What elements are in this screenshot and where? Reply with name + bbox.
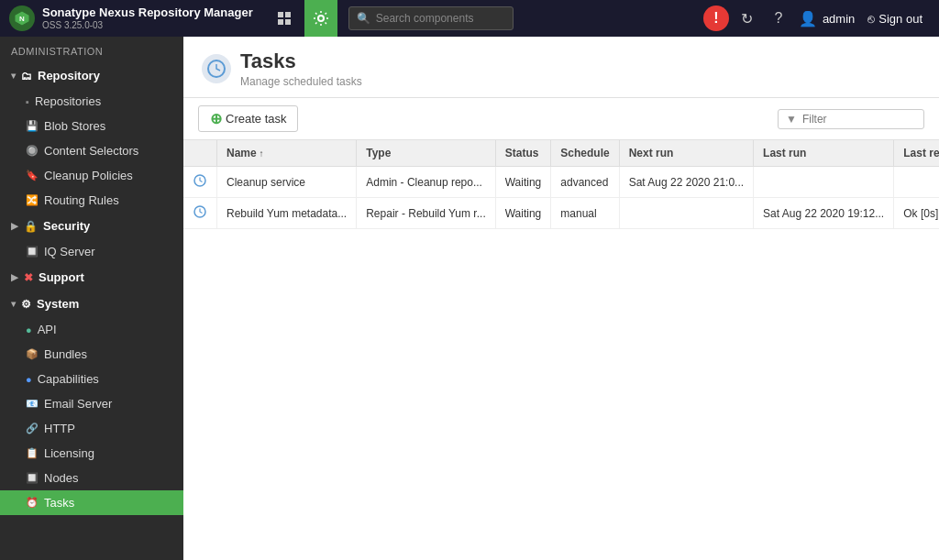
cleanup-icon: 🔖 bbox=[26, 170, 39, 181]
tasks-icon: ⏰ bbox=[26, 497, 39, 509]
create-task-button[interactable]: ⊕ Create task bbox=[198, 105, 298, 132]
refresh-btn[interactable]: ↻ bbox=[735, 5, 760, 31]
iq-icon: 🔲 bbox=[26, 246, 39, 258]
layout: Administration ▾ 🗂 Repository ▪ Reposito… bbox=[0, 37, 939, 560]
sidebar-label-tasks: Tasks bbox=[44, 496, 74, 510]
http-icon: 🔗 bbox=[26, 423, 39, 434]
row-schedule: advanced bbox=[551, 167, 619, 198]
sidebar-item-http[interactable]: 🔗 HTTP bbox=[0, 416, 183, 441]
sidebar-label-system: System bbox=[37, 297, 79, 311]
user-block[interactable]: 👤 admin bbox=[797, 7, 855, 29]
svg-rect-2 bbox=[278, 12, 283, 17]
row-name: Rebuild Yum metadata... bbox=[217, 198, 357, 229]
sidebar-label-email-server: Email Server bbox=[44, 397, 112, 411]
sidebar-label-content-selectors: Content Selectors bbox=[44, 144, 138, 158]
sidebar-label-capabilities: Capabilities bbox=[38, 372, 99, 386]
user-icon: 👤 bbox=[797, 7, 819, 29]
col-last-result[interactable]: Last result bbox=[894, 140, 939, 167]
col-next-run[interactable]: Next run bbox=[619, 140, 753, 167]
table-body: Cleanup service Admin - Cleanup repo... … bbox=[183, 167, 939, 229]
sidebar-item-content-selectors[interactable]: 🔘 Content Selectors bbox=[0, 138, 183, 163]
sidebar-label-support: Support bbox=[39, 270, 84, 284]
routing-icon: 🔀 bbox=[26, 194, 39, 206]
col-last-run[interactable]: Last run bbox=[754, 140, 894, 167]
sidebar-label-nodes: Nodes bbox=[44, 471, 79, 485]
row-icon-cell bbox=[183, 167, 217, 198]
sidebar-label-api: API bbox=[38, 323, 57, 336]
svg-rect-3 bbox=[285, 12, 291, 17]
navbar-right: ! ↻ ? 👤 admin ⎋ Sign out bbox=[703, 5, 930, 31]
sidebar-item-licensing[interactable]: 📋 Licensing bbox=[0, 441, 183, 466]
col-type[interactable]: Type bbox=[357, 140, 496, 167]
help-btn[interactable]: ? bbox=[766, 5, 791, 31]
username: admin bbox=[823, 12, 855, 26]
svg-text:N: N bbox=[19, 15, 25, 23]
email-icon: 📧 bbox=[26, 398, 39, 410]
sidebar-item-support[interactable]: ▶ ✖ Support bbox=[0, 264, 183, 291]
sidebar-label-iq-server: IQ Server bbox=[44, 245, 95, 258]
signout-label: Sign out bbox=[878, 12, 922, 26]
col-name[interactable]: Name bbox=[217, 140, 357, 167]
svg-rect-4 bbox=[278, 19, 283, 25]
page-subtitle: Manage scheduled tasks bbox=[240, 75, 362, 88]
sidebar-item-capabilities[interactable]: ● Capabilities bbox=[0, 367, 183, 391]
sidebar-item-repositories[interactable]: ▪ Repositories bbox=[0, 89, 183, 114]
sidebar-item-repository[interactable]: ▾ 🗂 Repository bbox=[0, 62, 183, 89]
task-clock-icon bbox=[193, 176, 207, 191]
sidebar-item-api[interactable]: ● API bbox=[0, 317, 183, 342]
row-name: Cleanup service bbox=[217, 167, 357, 198]
row-last-run: Sat Aug 22 2020 19:12... bbox=[754, 198, 894, 229]
sidebar-item-blob-stores[interactable]: 💾 Blob Stores bbox=[0, 114, 183, 138]
sidebar-item-tasks[interactable]: ⏰ Tasks bbox=[0, 490, 183, 515]
chevron-down-icon: ▾ bbox=[11, 71, 16, 81]
support-section-icon: ✖ bbox=[24, 271, 33, 284]
sidebar-item-nodes[interactable]: 🔲 Nodes bbox=[0, 466, 183, 490]
sidebar-label-bundles: Bundles bbox=[44, 347, 87, 361]
filter-box[interactable]: ▼ bbox=[778, 109, 924, 129]
toolbar: ⊕ Create task ▼ bbox=[183, 98, 939, 140]
sidebar-label-repositories: Repositories bbox=[35, 94, 101, 108]
chevron-right-icon: ▶ bbox=[11, 221, 18, 231]
bundles-icon: 📦 bbox=[26, 348, 39, 360]
api-icon: ● bbox=[26, 324, 32, 335]
col-schedule[interactable]: Schedule bbox=[551, 140, 619, 167]
app-version: OSS 3.25.0-03 bbox=[42, 20, 253, 31]
search-box[interactable]: 🔍 bbox=[348, 6, 514, 30]
app-logo: N bbox=[9, 5, 35, 31]
blob-icon: 💾 bbox=[26, 120, 39, 132]
table-row[interactable]: Rebuild Yum metadata... Repair - Rebuild… bbox=[183, 198, 939, 229]
navbar: N Sonatype Nexus Repository Manager OSS … bbox=[0, 0, 939, 37]
sidebar-item-iq-server[interactable]: 🔲 IQ Server bbox=[0, 239, 183, 264]
sidebar-item-bundles[interactable]: 📦 Bundles bbox=[0, 342, 183, 367]
filter-icon: ▼ bbox=[786, 113, 797, 126]
sidebar-item-email-server[interactable]: 📧 Email Server bbox=[0, 391, 183, 416]
task-clock-icon bbox=[193, 207, 207, 222]
row-next-run bbox=[619, 198, 753, 229]
alert-icon[interactable]: ! bbox=[703, 5, 729, 31]
sidebar-item-routing-rules[interactable]: 🔀 Routing Rules bbox=[0, 188, 183, 213]
app-title: Sonatype Nexus Repository Manager bbox=[42, 5, 253, 20]
col-status[interactable]: Status bbox=[495, 140, 551, 167]
system-section-icon: ⚙ bbox=[21, 298, 31, 311]
table-header: Name Type Status Schedule Next run Last … bbox=[183, 140, 939, 167]
sidebar-header: Administration bbox=[0, 37, 183, 62]
search-icon: 🔍 bbox=[357, 12, 370, 25]
signout-btn[interactable]: ⎋ Sign out bbox=[860, 8, 930, 29]
sidebar-item-security[interactable]: ▶ 🔒 Security bbox=[0, 213, 183, 239]
sidebar-label-blob-stores: Blob Stores bbox=[44, 119, 105, 133]
settings-icon-btn[interactable] bbox=[304, 0, 337, 37]
nodes-icon: 🔲 bbox=[26, 472, 39, 484]
page-header: Tasks Manage scheduled tasks bbox=[183, 37, 939, 98]
table-row[interactable]: Cleanup service Admin - Cleanup repo... … bbox=[183, 167, 939, 198]
search-input[interactable] bbox=[376, 12, 505, 25]
repos-icon: ▪ bbox=[26, 96, 29, 107]
svg-point-6 bbox=[318, 16, 324, 21]
sidebar-item-cleanup-policies[interactable]: 🔖 Cleanup Policies bbox=[0, 163, 183, 188]
sidebar-item-system[interactable]: ▾ ⚙ System bbox=[0, 291, 183, 317]
browse-icon-btn[interactable] bbox=[268, 0, 301, 37]
chevron-right-support-icon: ▶ bbox=[11, 272, 18, 282]
col-icon bbox=[183, 140, 217, 167]
filter-input[interactable] bbox=[802, 113, 916, 126]
row-last-result bbox=[894, 167, 939, 198]
repo-section-icon: 🗂 bbox=[21, 70, 32, 82]
